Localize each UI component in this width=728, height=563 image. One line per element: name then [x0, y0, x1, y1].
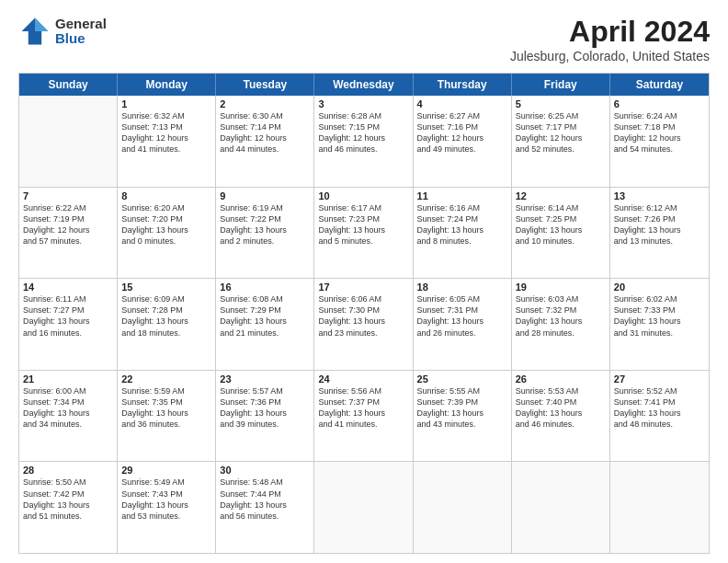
cell-info-line: Daylight: 12 hours — [318, 132, 408, 144]
cell-info-line: and 23 minutes. — [318, 327, 408, 339]
cell-info-line: Sunset: 7:34 PM — [23, 396, 113, 408]
cell-info-line: Daylight: 13 hours — [516, 224, 606, 236]
calendar-header: SundayMondayTuesdayWednesdayThursdayFrid… — [19, 74, 709, 96]
cell-info-line: Daylight: 13 hours — [220, 316, 310, 327]
calendar-row: 7Sunrise: 6:22 AMSunset: 7:19 PMDaylight… — [19, 188, 709, 280]
calendar-cell: 7Sunrise: 6:22 AMSunset: 7:19 PMDaylight… — [19, 188, 118, 279]
cell-info-line: Sunset: 7:24 PM — [417, 213, 507, 224]
day-number: 10 — [318, 190, 408, 201]
cell-info-line: and 53 minutes. — [121, 511, 211, 522]
calendar-cell: 14Sunrise: 6:11 AMSunset: 7:27 PMDayligh… — [19, 279, 118, 370]
day-number: 23 — [220, 373, 310, 385]
cell-info-line: Sunrise: 6:16 AM — [417, 202, 507, 213]
cell-info-line: and 56 minutes. — [220, 511, 310, 522]
cell-info-line: Sunset: 7:42 PM — [23, 488, 113, 500]
cell-info-line: Sunset: 7:39 PM — [417, 396, 507, 408]
cell-info-line: Sunrise: 6:28 AM — [318, 110, 408, 121]
calendar-row: 1Sunrise: 6:32 AMSunset: 7:13 PMDaylight… — [19, 96, 709, 188]
cell-info-line: Sunrise: 6:06 AM — [318, 293, 408, 304]
day-number: 30 — [220, 465, 310, 476]
cell-info-line: Daylight: 13 hours — [121, 500, 211, 511]
cell-info-line: Daylight: 13 hours — [516, 316, 606, 327]
calendar-body: 1Sunrise: 6:32 AMSunset: 7:13 PMDaylight… — [19, 96, 709, 553]
calendar-cell: 15Sunrise: 6:09 AMSunset: 7:28 PMDayligh… — [118, 279, 216, 370]
cell-info-line: Daylight: 13 hours — [318, 408, 408, 419]
day-number: 15 — [121, 282, 211, 293]
calendar-cell: 27Sunrise: 5:52 AMSunset: 7:41 PMDayligh… — [610, 371, 709, 462]
logo: General Blue — [18, 15, 107, 48]
day-number: 29 — [121, 465, 211, 476]
cell-info-line: Sunset: 7:22 PM — [220, 213, 310, 224]
day-number: 8 — [121, 190, 211, 201]
title-area: April 2024 Julesburg, Colorado, United S… — [510, 15, 710, 63]
cell-info-line: Sunset: 7:27 PM — [23, 304, 113, 316]
cell-info-line: Sunset: 7:32 PM — [516, 304, 606, 316]
day-number: 1 — [121, 98, 211, 109]
cell-info-line: Sunrise: 6:24 AM — [614, 110, 705, 121]
cell-info-line: Sunrise: 6:25 AM — [516, 110, 606, 121]
cal-header-day: Tuesday — [216, 74, 314, 96]
main-title: April 2024 — [510, 15, 710, 49]
calendar-cell: 10Sunrise: 6:17 AMSunset: 7:23 PMDayligh… — [314, 188, 413, 279]
cell-info-line: Daylight: 13 hours — [23, 316, 113, 327]
calendar-cell — [512, 462, 610, 553]
day-number: 19 — [516, 282, 606, 293]
cell-info-line: Sunset: 7:35 PM — [121, 396, 211, 408]
calendar-cell — [414, 462, 512, 553]
cell-info-line: Sunset: 7:31 PM — [417, 304, 507, 316]
calendar-row: 14Sunrise: 6:11 AMSunset: 7:27 PMDayligh… — [19, 279, 709, 371]
cell-info-line: Sunset: 7:23 PM — [318, 213, 408, 224]
cell-info-line: Sunrise: 5:50 AM — [23, 477, 113, 488]
cell-info-line: Daylight: 13 hours — [318, 316, 408, 327]
cell-info-line: and 43 minutes. — [417, 419, 507, 430]
calendar-cell — [19, 96, 118, 187]
calendar-cell: 24Sunrise: 5:56 AMSunset: 7:37 PMDayligh… — [314, 371, 413, 462]
calendar-cell: 8Sunrise: 6:20 AMSunset: 7:20 PMDaylight… — [118, 188, 216, 279]
cell-info-line: Sunset: 7:36 PM — [220, 396, 310, 408]
calendar-cell: 23Sunrise: 5:57 AMSunset: 7:36 PMDayligh… — [216, 371, 314, 462]
cell-info-line: Sunrise: 6:11 AM — [23, 293, 113, 304]
cell-info-line: and 28 minutes. — [516, 327, 606, 339]
cell-info-line: and 46 minutes. — [516, 419, 606, 430]
cell-info-line: Sunrise: 6:08 AM — [220, 293, 310, 304]
cell-info-line: Sunrise: 5:59 AM — [121, 385, 211, 396]
cell-info-line: Sunset: 7:40 PM — [516, 396, 606, 408]
cell-info-line: Sunrise: 6:00 AM — [23, 385, 113, 396]
cell-info-line: Sunset: 7:17 PM — [516, 121, 606, 132]
calendar-cell: 21Sunrise: 6:00 AMSunset: 7:34 PMDayligh… — [19, 371, 118, 462]
cell-info-line: Daylight: 13 hours — [23, 408, 113, 419]
subtitle: Julesburg, Colorado, United States — [510, 49, 710, 63]
calendar-cell: 13Sunrise: 6:12 AMSunset: 7:26 PMDayligh… — [610, 188, 709, 279]
day-number: 4 — [417, 98, 507, 109]
day-number: 12 — [516, 190, 606, 201]
cell-info-line: Sunset: 7:20 PM — [121, 213, 211, 224]
cell-info-line: Sunset: 7:43 PM — [121, 488, 211, 500]
svg-marker-1 — [35, 18, 48, 31]
cell-info-line: and 10 minutes. — [516, 236, 606, 247]
cell-info-line: and 2 minutes. — [220, 236, 310, 247]
cell-info-line: Daylight: 13 hours — [220, 500, 310, 511]
calendar-cell — [610, 462, 709, 553]
day-number: 20 — [614, 282, 705, 293]
header: General Blue April 2024 Julesburg, Color… — [18, 15, 710, 63]
day-number: 14 — [23, 282, 113, 293]
cell-info-line: Sunrise: 6:30 AM — [220, 110, 310, 121]
calendar: SundayMondayTuesdayWednesdayThursdayFrid… — [18, 73, 710, 554]
calendar-cell: 29Sunrise: 5:49 AMSunset: 7:43 PMDayligh… — [118, 462, 216, 553]
cell-info-line: Sunset: 7:15 PM — [318, 121, 408, 132]
calendar-cell: 6Sunrise: 6:24 AMSunset: 7:18 PMDaylight… — [610, 96, 709, 187]
calendar-cell — [314, 462, 413, 553]
day-number: 6 — [614, 98, 705, 109]
cell-info-line: Daylight: 13 hours — [614, 408, 705, 419]
cell-info-line: Sunrise: 5:48 AM — [220, 477, 310, 488]
cell-info-line: and 36 minutes. — [121, 419, 211, 430]
cell-info-line: and 16 minutes. — [23, 327, 113, 339]
cell-info-line: and 52 minutes. — [516, 144, 606, 155]
cal-header-day: Saturday — [610, 74, 709, 96]
cell-info-line: and 39 minutes. — [220, 419, 310, 430]
cell-info-line: Sunrise: 6:09 AM — [121, 293, 211, 304]
calendar-cell: 20Sunrise: 6:02 AMSunset: 7:33 PMDayligh… — [610, 279, 709, 370]
calendar-cell: 9Sunrise: 6:19 AMSunset: 7:22 PMDaylight… — [216, 188, 314, 279]
calendar-cell: 19Sunrise: 6:03 AMSunset: 7:32 PMDayligh… — [512, 279, 610, 370]
cell-info-line: and 41 minutes. — [121, 144, 211, 155]
